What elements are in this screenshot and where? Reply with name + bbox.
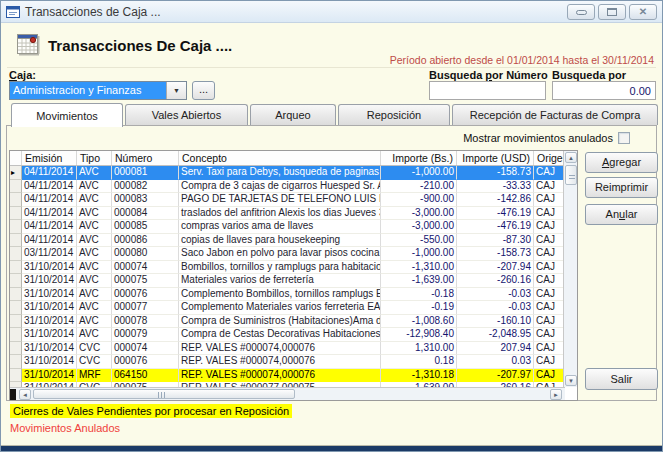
- row-selector: [10, 247, 22, 261]
- table-row[interactable]: 04/11/2014AVC000086copias de llaves para…: [10, 234, 565, 248]
- cell-concepto: REP. VALES #000074,000076: [179, 342, 381, 356]
- table-row[interactable]: 04/11/2014AVC000084traslados del anfitri…: [10, 207, 565, 221]
- search-number-label: Busqueda por Número: [429, 69, 548, 81]
- show-voided-checkbox[interactable]: [618, 132, 630, 144]
- reimprimir-button[interactable]: Reimprimir: [585, 177, 658, 198]
- cell-origen: CAJ: [534, 166, 565, 180]
- grid-rows: ▸04/11/2014AVC000081Serv. Taxi para Deby…: [10, 166, 565, 387]
- tab-bar: MovimientosVales AbiertosArqueoReposició…: [11, 104, 660, 125]
- tab-movimientos[interactable]: Movimientos: [11, 103, 123, 127]
- column-header[interactable]: Importe (Bs.): [381, 151, 457, 165]
- column-header[interactable]: Concepto: [179, 151, 381, 165]
- tab-reposici-n[interactable]: Reposición: [338, 104, 450, 125]
- agregar-button[interactable]: Agregar: [585, 152, 658, 173]
- scroll-right-icon[interactable]: ►: [550, 389, 562, 400]
- table-row[interactable]: 31/10/2014AVC000075Materiales varios de …: [10, 274, 565, 288]
- scroll-down-icon[interactable]: ▼: [565, 375, 577, 386]
- grip-icon: [569, 173, 575, 179]
- cell-numero: 000079: [112, 328, 179, 342]
- cell-importe-usd: -476.19: [457, 220, 534, 234]
- tab-arqueo[interactable]: Arqueo: [250, 104, 336, 125]
- row-selector: ▸: [10, 166, 22, 180]
- cell-numero: 064150: [112, 369, 179, 383]
- cell-importe-usd: 0.03: [457, 355, 534, 369]
- cell-tipo: AVC: [77, 261, 112, 275]
- close-button[interactable]: ✕: [629, 4, 657, 20]
- search-importe-input[interactable]: [552, 81, 656, 100]
- table-row[interactable]: ▸04/11/2014AVC000081Serv. Taxi para Deby…: [10, 166, 565, 180]
- vertical-scroll-thumb[interactable]: [565, 165, 577, 185]
- chevron-down-icon[interactable]: ▼: [166, 82, 186, 99]
- cell-origen: CAJ: [534, 369, 565, 383]
- table-row[interactable]: 04/11/2014AVC000085compras varios ama de…: [10, 220, 565, 234]
- column-header[interactable]: Tipo: [77, 151, 112, 165]
- cell-emision: 04/11/2014: [22, 234, 77, 248]
- selector-column-header: [10, 151, 22, 165]
- caja-label: Caja:: [9, 69, 36, 81]
- scroll-left-icon[interactable]: ◄: [19, 389, 31, 400]
- column-header[interactable]: Origen: [534, 151, 565, 165]
- anular-button[interactable]: Anular: [585, 204, 658, 225]
- minimize-button[interactable]: [567, 4, 595, 20]
- pending-vales-legend: Cierres de Vales Pendientes por procesar…: [10, 404, 292, 418]
- table-row[interactable]: 31/10/2014AVC000078Compra de Suministros…: [10, 315, 565, 329]
- table-row[interactable]: 31/10/2014AVC000074Bombillos, tornillos …: [10, 261, 565, 275]
- record-selector-mark: [10, 389, 16, 400]
- table-row[interactable]: 03/11/2014AVC000080Saco Jabon en polvo p…: [10, 247, 565, 261]
- table-row[interactable]: 04/11/2014AVC000082Compra de 3 cajas de …: [10, 180, 565, 194]
- cell-concepto: Compra de 3 cajas de cigarros Huesped Sr…: [179, 180, 381, 194]
- cell-importe-bs: 0.18: [381, 355, 457, 369]
- caja-select[interactable]: Administracion y Finanzas ▼: [9, 81, 187, 100]
- table-row[interactable]: 04/11/2014AVC000083PAGO DE TARJETAS DE T…: [10, 193, 565, 207]
- window-bottom-edge: [1, 445, 662, 451]
- row-selector: [10, 180, 22, 194]
- table-row[interactable]: 31/10/2014AVC000079Compra de Cestas Deco…: [10, 328, 565, 342]
- salir-button[interactable]: Salir: [585, 368, 658, 390]
- maximize-button[interactable]: [598, 4, 626, 20]
- column-header[interactable]: Emisión: [22, 151, 77, 165]
- cell-numero: 000078: [112, 315, 179, 329]
- table-row[interactable]: 31/10/2014CVC000074REP. VALES #000074,00…: [10, 342, 565, 356]
- cell-emision: 31/10/2014: [22, 369, 77, 383]
- column-header[interactable]: Importe (USD): [457, 151, 534, 165]
- table-row[interactable]: 31/10/2014MRF064150REP. VALES #000074,00…: [10, 369, 565, 383]
- horizontal-scrollbar[interactable]: ◄ ►: [10, 387, 565, 400]
- cell-origen: CAJ: [534, 180, 565, 194]
- browse-button[interactable]: ...: [192, 81, 215, 100]
- row-selector: [10, 234, 22, 248]
- cell-emision: 04/11/2014: [22, 180, 77, 194]
- cell-numero: 000076: [112, 355, 179, 369]
- tab-recepci-n-de-facturas-de-compra[interactable]: Recepción de Facturas de Compra: [452, 104, 658, 125]
- cell-tipo: CVC: [77, 355, 112, 369]
- cell-tipo: AVC: [77, 328, 112, 342]
- cell-origen: CAJ: [534, 288, 565, 302]
- cell-origen: CAJ: [534, 247, 565, 261]
- table-row[interactable]: 31/10/2014AVC000076Complemento Bombillos…: [10, 288, 565, 302]
- grid-header: EmisiónTipoNúmeroConceptoImporte (Bs.)Im…: [10, 151, 565, 166]
- horizontal-scroll-thumb[interactable]: [33, 389, 295, 399]
- cell-origen: CAJ: [534, 342, 565, 356]
- column-header[interactable]: Número: [112, 151, 179, 165]
- search-number-input[interactable]: [429, 81, 546, 100]
- period-note: Período abierto desde el 01/01/2014 hast…: [390, 54, 654, 66]
- cell-emision: 31/10/2014: [22, 315, 77, 329]
- cell-concepto: Compra de Cestas Decorativas Habitacione…: [179, 328, 381, 342]
- cell-numero: 000080: [112, 247, 179, 261]
- tab-vales-abiertos[interactable]: Vales Abiertos: [125, 104, 248, 125]
- cell-tipo: AVC: [77, 301, 112, 315]
- scroll-up-icon[interactable]: ▲: [565, 152, 577, 163]
- cell-concepto: Complemento Materiales varios ferreteria…: [179, 301, 381, 315]
- titlebar: Transacciones de Caja ... ✕: [1, 1, 662, 23]
- cell-importe-usd: -158.73: [457, 247, 534, 261]
- window-title: Transacciones de Caja ...: [25, 5, 161, 19]
- vertical-scrollbar[interactable]: ▲ ▼: [563, 151, 577, 387]
- table-row[interactable]: 31/10/2014CVC000076REP. VALES #000074,00…: [10, 355, 565, 369]
- cell-emision: 31/10/2014: [22, 355, 77, 369]
- row-selector: [10, 207, 22, 221]
- maximize-icon: [607, 8, 617, 16]
- voided-movements-legend: Movimientos Anulados: [10, 422, 120, 434]
- cell-concepto: Bombillos, tornillos y ramplugs para hab…: [179, 261, 381, 275]
- table-row[interactable]: 31/10/2014AVC000077Complemento Materiale…: [10, 301, 565, 315]
- cell-numero: 000075: [112, 274, 179, 288]
- calendar-icon: [15, 31, 41, 57]
